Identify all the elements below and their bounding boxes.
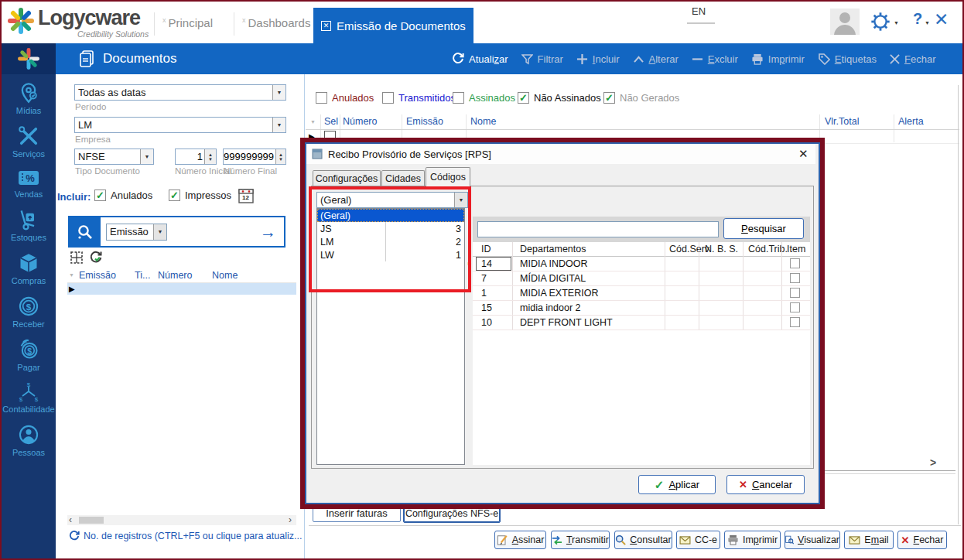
search-field-select[interactable]: Emissão ▼	[106, 224, 167, 241]
assinados-filter-checkbox[interactable]: Assinados	[453, 92, 515, 104]
calendar-icon[interactable]: 12	[238, 188, 254, 203]
filtrar-button[interactable]: Filtrar	[521, 53, 563, 65]
dropdown-icon[interactable]: ▼	[272, 118, 285, 132]
company-select[interactable]: LM ▼	[74, 117, 286, 133]
assinar-button[interactable]: Assinar	[494, 531, 546, 549]
fechar-button[interactable]: Fechar	[890, 53, 935, 65]
list-header-emissao[interactable]: Emissão	[79, 270, 116, 281]
sidebar-item-midias[interactable]: Mídias	[16, 82, 41, 115]
aplicar-button[interactable]: ✓ Aplicar	[638, 475, 716, 494]
spinner-icon[interactable]: ▲▼	[275, 149, 285, 164]
item-checkbox[interactable]	[790, 273, 800, 283]
language-selector[interactable]: EN	[692, 5, 706, 17]
item-checkbox[interactable]	[790, 302, 800, 312]
impressos-checkbox[interactable]: ✓ Impressos	[169, 190, 231, 201]
item-checkbox[interactable]	[790, 258, 800, 268]
period-select[interactable]: Todas as datas ▼	[74, 84, 286, 101]
alterar-button[interactable]: Alterar	[633, 53, 679, 65]
sidebar-item-receber[interactable]: $ Receber	[12, 295, 45, 329]
number-end-field[interactable]: 999999999 ▲▼	[223, 149, 286, 165]
nao-assinados-filter-checkbox[interactable]: ✓ Não Assinados	[518, 92, 601, 104]
help-caret-icon[interactable]: ▼	[925, 20, 930, 26]
close-tab-icon[interactable]: ✕	[321, 21, 331, 31]
sidebar-item-contabilidade[interactable]: $$$ Contabilidade	[2, 382, 54, 414]
record-count-status[interactable]: No. de registros (CTRL+F5 ou clique para…	[84, 531, 302, 541]
cce-button[interactable]: CC-e	[676, 531, 720, 549]
tab-emissao-de-documentos[interactable]: ✕ Emissão de Documentos	[313, 8, 473, 43]
col-header-vlrtotal[interactable]: Vlr.Total	[825, 116, 859, 127]
excluir-button[interactable]: Excluir	[692, 53, 738, 65]
scroll-thumb[interactable]	[79, 517, 104, 524]
table-row[interactable]: 15 midia indoor 2	[473, 301, 810, 316]
dialog-close-icon[interactable]: ✕	[798, 147, 808, 161]
selected-row[interactable]	[67, 283, 296, 295]
transmitir-button[interactable]: Transmitir	[551, 531, 610, 549]
sidebar-item-vendas[interactable]: % Vendas	[15, 169, 43, 199]
filter-funnel-icon[interactable]: ▼	[69, 272, 74, 278]
tab-principal[interactable]: xPrincipal	[162, 16, 213, 29]
tab-codigos[interactable]: Códigos	[426, 167, 470, 186]
col-header-departamentos[interactable]: Departamentos	[520, 244, 586, 254]
col-header-nbs[interactable]: N. B. S.	[705, 244, 738, 254]
pesquisar-button[interactable]: Pesquisar	[723, 218, 804, 239]
item-checkbox[interactable]	[790, 317, 800, 327]
col-header-sel[interactable]: Sel	[324, 116, 338, 127]
h-scrollbar[interactable]: ‹ ›	[67, 515, 296, 525]
imprimir-button[interactable]: Imprimir	[751, 53, 805, 65]
imprimir-button[interactable]: Imprimir	[724, 531, 781, 549]
email-button[interactable]: Email	[844, 531, 894, 549]
col-header-id[interactable]: ID	[481, 244, 491, 254]
dropdown-icon[interactable]: ▼	[140, 149, 153, 164]
list-header-nome[interactable]: Nome	[212, 270, 238, 281]
sidebar-item-servicos[interactable]: Serviços	[12, 125, 45, 159]
refresh-icon[interactable]	[69, 531, 80, 541]
window-close-icon[interactable]: ✕	[934, 9, 949, 30]
refresh-check-icon[interactable]	[89, 251, 103, 265]
grid-icon[interactable]	[70, 251, 84, 265]
visualizar-button[interactable]: Visualizar	[785, 531, 840, 549]
table-row[interactable]: 1 MIDIA EXTERIOR	[473, 286, 810, 301]
sidebar-item-compras[interactable]: Compras	[12, 252, 46, 285]
anulados-filter-checkbox[interactable]: Anulados	[316, 92, 374, 104]
tab-dashboards[interactable]: xDashboards	[242, 16, 310, 29]
tab-configuracoes[interactable]: Configurações	[313, 170, 381, 186]
cancelar-button[interactable]: ✕ Cancelar	[726, 475, 805, 494]
col-header-item[interactable]: Item	[787, 244, 805, 254]
avatar[interactable]	[830, 9, 860, 35]
col-header-codserv[interactable]: Cód.Serv	[669, 244, 709, 254]
etiquetas-button[interactable]: Etiquetas	[818, 53, 877, 65]
help-icon[interactable]: ?	[913, 10, 922, 28]
department-search-input[interactable]	[477, 221, 719, 237]
item-checkbox[interactable]	[790, 288, 800, 298]
dropdown-icon[interactable]: ▼	[153, 224, 166, 240]
search-go-icon[interactable]: →	[260, 223, 276, 241]
list-header-numero[interactable]: Número	[158, 270, 192, 281]
scroll-left-icon[interactable]: ‹	[69, 514, 72, 525]
search-icon[interactable]	[70, 217, 101, 246]
table-row[interactable]: 7 MÍDIA DIGITAL	[473, 271, 810, 286]
list-header-tipo[interactable]: Ti...	[135, 270, 150, 281]
sidebar-item-estoques[interactable]: Estoques	[11, 209, 46, 242]
spinner-icon[interactable]: ▲▼	[204, 149, 216, 164]
col-header-numero[interactable]: Número	[343, 116, 377, 127]
col-header-vlrtotal-nome[interactable]: Nome	[470, 116, 496, 127]
number-start-field[interactable]: 1 ▲▼	[175, 149, 217, 165]
consultar-button[interactable]: Consultar	[614, 531, 672, 549]
fechar-button[interactable]: ✕ Fechar	[897, 531, 947, 549]
anulados-include-checkbox[interactable]: ✓ Anulados	[94, 190, 152, 201]
table-row[interactable]: 10 DEPT FRONT LIGHT	[473, 316, 810, 330]
transmitidos-filter-checkbox[interactable]: Transmitidos	[382, 92, 456, 104]
filter-funnel-icon[interactable]: ▼	[310, 119, 316, 125]
table-row[interactable]: ▸ 14 MIDIA INDOOR	[473, 257, 810, 271]
atualizar-button[interactable]: Atualizar	[452, 53, 508, 65]
gear-icon[interactable]	[870, 11, 891, 32]
col-header-emissao[interactable]: Emissão	[406, 116, 443, 127]
sidebar-item-pessoas[interactable]: Pessoas	[12, 424, 45, 457]
tab-cidades[interactable]: Cidades	[381, 170, 425, 186]
doc-type-select[interactable]: NFSE ▼	[74, 149, 154, 165]
expand-right-icon[interactable]: >	[930, 456, 936, 469]
gear-caret-icon[interactable]: ▼	[894, 20, 899, 26]
nao-gerados-filter-checkbox[interactable]: ✓ Não Gerados	[603, 92, 679, 104]
dropdown-icon[interactable]: ▼	[272, 85, 285, 100]
incluir-button[interactable]: Incluir	[576, 53, 620, 65]
